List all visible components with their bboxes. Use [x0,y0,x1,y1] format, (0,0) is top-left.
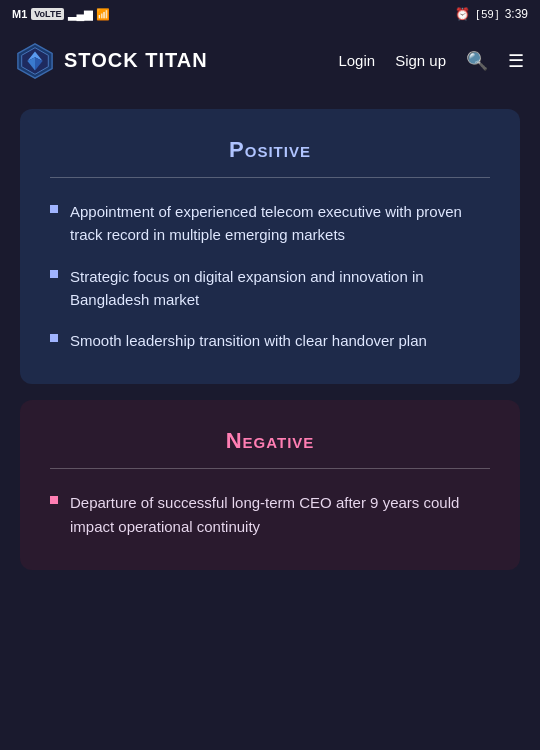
status-bar: M1 VoLTE ▂▄▆ 📶 ⏰ [59] 3:39 [0,0,540,28]
brand: STOCK TITAN [16,42,208,80]
positive-card: Positive Appointment of experienced tele… [20,109,520,384]
brand-logo-icon [16,42,54,80]
bullet-text: Appointment of experienced telecom execu… [70,200,490,247]
signup-link[interactable]: Sign up [395,52,446,69]
wifi-icon: 📶 [96,8,110,21]
alarm-icon: ⏰ [455,7,470,21]
brand-name: STOCK TITAN [64,49,208,72]
negative-divider [50,468,490,469]
navbar: STOCK TITAN Login Sign up 🔍 ☰ [0,28,540,93]
search-icon[interactable]: 🔍 [466,50,488,72]
positive-title: Positive [50,137,490,163]
menu-icon[interactable]: ☰ [508,50,524,72]
negative-list: Departure of successful long-term CEO af… [50,491,490,538]
volte-badge: VoLTE [31,8,64,20]
bullet-text: Smooth leadership transition with clear … [70,329,427,352]
bullet-icon [50,496,58,504]
carrier-name: M1 [12,8,27,20]
list-item: Departure of successful long-term CEO af… [50,491,490,538]
bullet-icon [50,205,58,213]
bullet-text: Departure of successful long-term CEO af… [70,491,490,538]
carrier-info: M1 VoLTE ▂▄▆ 📶 [12,8,110,21]
negative-card: Negative Departure of successful long-te… [20,400,520,570]
bullet-icon [50,334,58,342]
main-content: Positive Appointment of experienced tele… [0,93,540,586]
bullet-icon [50,270,58,278]
battery-indicator: [59] [476,8,498,20]
list-item: Appointment of experienced telecom execu… [50,200,490,247]
signal-icon: ▂▄▆ [68,8,92,21]
positive-list: Appointment of experienced telecom execu… [50,200,490,352]
positive-divider [50,177,490,178]
negative-title: Negative [50,428,490,454]
bullet-text: Strategic focus on digital expansion and… [70,265,490,312]
nav-links: Login Sign up 🔍 ☰ [338,50,524,72]
list-item: Strategic focus on digital expansion and… [50,265,490,312]
list-item: Smooth leadership transition with clear … [50,329,490,352]
login-link[interactable]: Login [338,52,375,69]
clock: 3:39 [505,7,528,21]
status-right: ⏰ [59] 3:39 [455,7,528,21]
